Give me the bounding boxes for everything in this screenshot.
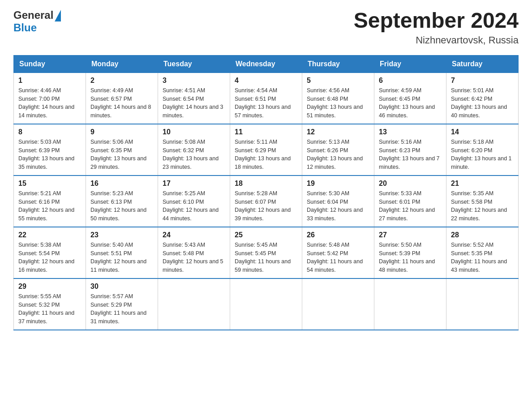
calendar-cell [374,278,446,330]
calendar-cell: 25 Sunrise: 5:45 AMSunset: 5:45 PMDaylig… [230,227,302,278]
calendar-week-row: 29 Sunrise: 5:55 AMSunset: 5:32 PMDaylig… [14,278,519,330]
col-saturday: Saturday [446,55,519,73]
calendar-cell: 10 Sunrise: 5:08 AMSunset: 6:32 PMDaylig… [158,124,230,176]
calendar-subtitle: Nizhnevartovsk, Russia [354,34,519,46]
calendar-cell: 4 Sunrise: 4:54 AMSunset: 6:51 PMDayligh… [230,73,302,124]
day-info: Sunrise: 4:54 AMSunset: 6:51 PMDaylight:… [235,87,291,119]
calendar-cell: 2 Sunrise: 4:49 AMSunset: 6:57 PMDayligh… [86,73,158,124]
calendar-cell: 23 Sunrise: 5:40 AMSunset: 5:51 PMDaylig… [86,227,158,278]
calendar-table: Sunday Monday Tuesday Wednesday Thursday… [13,55,519,330]
day-info: Sunrise: 4:56 AMSunset: 6:48 PMDaylight:… [307,87,363,119]
logo-general-text: General [13,9,53,21]
day-info: Sunrise: 5:25 AMSunset: 6:10 PMDaylight:… [163,190,219,222]
calendar-cell: 30 Sunrise: 5:57 AMSunset: 5:29 PMDaylig… [86,278,158,330]
col-tuesday: Tuesday [158,55,230,73]
day-number: 27 [379,231,442,239]
day-number: 19 [307,180,369,188]
calendar-cell: 21 Sunrise: 5:35 AMSunset: 5:58 PMDaylig… [446,176,519,227]
day-number: 16 [90,180,153,188]
day-info: Sunrise: 5:52 AMSunset: 5:35 PMDaylight:… [451,242,507,273]
calendar-cell: 7 Sunrise: 5:01 AMSunset: 6:42 PMDayligh… [446,73,519,124]
calendar-cell: 11 Sunrise: 5:11 AMSunset: 6:29 PMDaylig… [230,124,302,176]
logo: General Blue [13,9,61,34]
day-number: 30 [90,283,153,291]
calendar-cell [446,278,519,330]
day-info: Sunrise: 4:49 AMSunset: 6:57 PMDaylight:… [90,87,151,119]
calendar-cell: 13 Sunrise: 5:16 AMSunset: 6:23 PMDaylig… [374,124,446,176]
calendar-week-row: 22 Sunrise: 5:38 AMSunset: 5:54 PMDaylig… [14,227,519,278]
calendar-cell: 26 Sunrise: 5:48 AMSunset: 5:42 PMDaylig… [302,227,374,278]
day-number: 7 [451,77,514,85]
day-number: 29 [18,283,81,291]
col-sunday: Sunday [14,55,86,73]
day-number: 12 [307,128,369,136]
calendar-cell: 19 Sunrise: 5:30 AMSunset: 6:04 PMDaylig… [302,176,374,227]
calendar-cell: 1 Sunrise: 4:46 AMSunset: 7:00 PMDayligh… [14,73,86,124]
day-number: 10 [163,128,225,136]
day-info: Sunrise: 5:16 AMSunset: 6:23 PMDaylight:… [379,139,440,170]
day-number: 6 [379,77,442,85]
calendar-cell: 24 Sunrise: 5:43 AMSunset: 5:48 PMDaylig… [158,227,230,278]
calendar-cell: 18 Sunrise: 5:28 AMSunset: 6:07 PMDaylig… [230,176,302,227]
day-number: 20 [379,180,442,188]
calendar-cell: 6 Sunrise: 4:59 AMSunset: 6:45 PMDayligh… [374,73,446,124]
day-number: 15 [18,180,81,188]
calendar-cell: 22 Sunrise: 5:38 AMSunset: 5:54 PMDaylig… [14,227,86,278]
day-info: Sunrise: 5:03 AMSunset: 6:39 PMDaylight:… [18,139,74,170]
logo-blue-text: Blue [13,21,37,34]
calendar-cell: 9 Sunrise: 5:06 AMSunset: 6:35 PMDayligh… [86,124,158,176]
calendar-cell: 20 Sunrise: 5:33 AMSunset: 6:01 PMDaylig… [374,176,446,227]
col-thursday: Thursday [302,55,374,73]
day-number: 1 [18,77,81,85]
day-number: 9 [90,128,153,136]
day-number: 22 [18,231,81,239]
day-info: Sunrise: 5:48 AMSunset: 5:42 PMDaylight:… [307,242,363,273]
day-info: Sunrise: 5:08 AMSunset: 6:32 PMDaylight:… [163,139,219,170]
calendar-title: September 2024 [354,9,519,33]
calendar-cell: 15 Sunrise: 5:21 AMSunset: 6:16 PMDaylig… [14,176,86,227]
day-number: 14 [451,128,514,136]
calendar-cell [302,278,374,330]
day-number: 24 [163,231,225,239]
day-info: Sunrise: 5:23 AMSunset: 6:13 PMDaylight:… [90,190,146,222]
day-number: 11 [235,128,297,136]
day-number: 13 [379,128,442,136]
calendar-week-row: 8 Sunrise: 5:03 AMSunset: 6:39 PMDayligh… [14,124,519,176]
calendar-week-row: 1 Sunrise: 4:46 AMSunset: 7:00 PMDayligh… [14,73,519,124]
calendar-cell [230,278,302,330]
day-info: Sunrise: 5:55 AMSunset: 5:32 PMDaylight:… [18,293,74,325]
header-row: Sunday Monday Tuesday Wednesday Thursday… [14,55,519,73]
day-info: Sunrise: 5:43 AMSunset: 5:48 PMDaylight:… [163,242,223,273]
day-number: 17 [163,180,225,188]
day-number: 28 [451,231,514,239]
day-number: 4 [235,77,297,85]
calendar-cell [158,278,230,330]
day-info: Sunrise: 4:59 AMSunset: 6:45 PMDaylight:… [379,87,435,119]
day-info: Sunrise: 5:30 AMSunset: 6:04 PMDaylight:… [307,190,363,222]
day-number: 25 [235,231,297,239]
col-wednesday: Wednesday [230,55,302,73]
day-info: Sunrise: 5:13 AMSunset: 6:26 PMDaylight:… [307,139,363,170]
day-info: Sunrise: 5:57 AMSunset: 5:29 PMDaylight:… [90,293,146,325]
day-number: 5 [307,77,369,85]
calendar-week-row: 15 Sunrise: 5:21 AMSunset: 6:16 PMDaylig… [14,176,519,227]
calendar-cell: 27 Sunrise: 5:50 AMSunset: 5:39 PMDaylig… [374,227,446,278]
day-info: Sunrise: 5:06 AMSunset: 6:35 PMDaylight:… [90,139,146,170]
calendar-cell: 3 Sunrise: 4:51 AMSunset: 6:54 PMDayligh… [158,73,230,124]
day-number: 3 [163,77,225,85]
day-number: 21 [451,180,514,188]
calendar-cell: 29 Sunrise: 5:55 AMSunset: 5:32 PMDaylig… [14,278,86,330]
day-number: 26 [307,231,369,239]
calendar-body: 1 Sunrise: 4:46 AMSunset: 7:00 PMDayligh… [14,73,519,330]
calendar-cell: 12 Sunrise: 5:13 AMSunset: 6:26 PMDaylig… [302,124,374,176]
logo-triangle-icon [55,10,61,21]
day-info: Sunrise: 4:51 AMSunset: 6:54 PMDaylight:… [163,87,223,119]
day-info: Sunrise: 5:45 AMSunset: 5:45 PMDaylight:… [235,242,291,273]
calendar-cell: 28 Sunrise: 5:52 AMSunset: 5:35 PMDaylig… [446,227,519,278]
day-info: Sunrise: 5:11 AMSunset: 6:29 PMDaylight:… [235,139,291,170]
calendar-cell: 5 Sunrise: 4:56 AMSunset: 6:48 PMDayligh… [302,73,374,124]
calendar-cell: 16 Sunrise: 5:23 AMSunset: 6:13 PMDaylig… [86,176,158,227]
day-info: Sunrise: 5:28 AMSunset: 6:07 PMDaylight:… [235,190,291,222]
calendar-cell: 8 Sunrise: 5:03 AMSunset: 6:39 PMDayligh… [14,124,86,176]
col-friday: Friday [374,55,446,73]
